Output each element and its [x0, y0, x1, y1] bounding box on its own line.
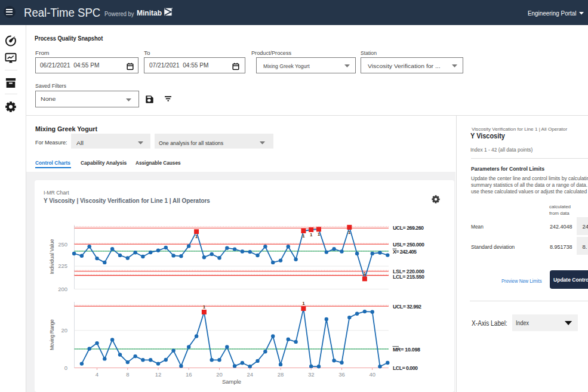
- svg-text:225: 225: [58, 263, 67, 269]
- svg-text:LCL= 215.550: LCL= 215.550: [393, 274, 424, 280]
- svg-text:24: 24: [247, 371, 253, 378]
- svg-text:Individual Value: Individual Value: [49, 239, 55, 274]
- svg-text:LSL= 220.000: LSL= 220.000: [393, 268, 424, 274]
- svg-text:1: 1: [364, 271, 367, 276]
- svg-text:LCL= 0.000: LCL= 0.000: [393, 365, 418, 371]
- svg-text:36: 36: [338, 371, 345, 378]
- svg-text:8: 8: [126, 371, 129, 378]
- svg-text:20: 20: [61, 327, 67, 334]
- svg-text:Moving Range: Moving Range: [49, 319, 55, 350]
- svg-text:250: 250: [58, 241, 67, 248]
- svg-text:12: 12: [155, 371, 162, 378]
- svg-text:1: 1: [318, 232, 321, 237]
- svg-text:20: 20: [216, 371, 223, 378]
- svg-text:MR= 10.098: MR= 10.098: [393, 347, 420, 353]
- svg-text:1: 1: [302, 233, 305, 239]
- svg-text:1: 1: [302, 301, 305, 306]
- svg-text:0: 0: [64, 365, 67, 371]
- svg-text:1: 1: [203, 304, 206, 310]
- svg-text:1: 1: [195, 234, 198, 239]
- svg-text:1: 1: [310, 232, 313, 237]
- svg-text:1: 1: [348, 230, 351, 235]
- svg-text:UCL= 32.992: UCL= 32.992: [393, 304, 421, 310]
- svg-text:16: 16: [186, 371, 192, 378]
- svg-text:4: 4: [96, 371, 98, 378]
- svg-text:28: 28: [278, 371, 284, 378]
- svg-text:32: 32: [308, 371, 315, 378]
- svg-text:200: 200: [58, 286, 67, 292]
- svg-text:X= 242.405: X= 242.405: [393, 249, 417, 255]
- svg-text:USL= 250.000: USL= 250.000: [393, 242, 424, 248]
- svg-text:UCL= 269.260: UCL= 269.260: [393, 225, 424, 231]
- svg-text:40: 40: [369, 371, 375, 378]
- svg-text:Sample: Sample: [222, 378, 241, 385]
